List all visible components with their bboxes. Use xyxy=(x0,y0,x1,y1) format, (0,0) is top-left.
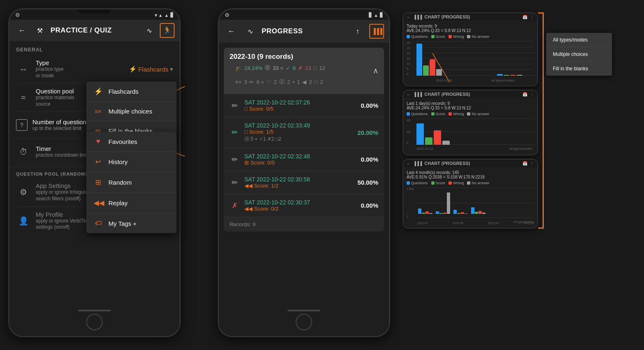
bar2-w xyxy=(434,130,441,145)
chart-info-2: Last 1 day(s) records: 9 AVE:24.24% Q:33… xyxy=(407,101,534,110)
record-5[interactable]: ✗ SAT 2022-10-22 02:30:37 ◀◀ Score: 0/2 … xyxy=(224,194,384,217)
mini-more-icon-3[interactable]: ⋮ xyxy=(530,161,534,166)
home-button-2[interactable] xyxy=(296,314,312,330)
history-icon: ↩ xyxy=(94,158,103,166)
favourites-label: Favourites xyxy=(108,138,137,145)
chart-toggle-button[interactable]: ∿ xyxy=(142,23,156,38)
record-1-score: □ Score: 0/5 xyxy=(244,106,349,112)
mini-title-2: CHART (PROGRESS) xyxy=(424,92,520,97)
multiple-choices-icon: ≡× xyxy=(94,108,103,115)
page-title-1: PRACTICE / QUIZ xyxy=(51,26,138,35)
record-4-pct: 50.00% xyxy=(354,179,378,186)
legend-wrong-1: Wrong xyxy=(448,35,464,39)
mini-phone-3: ← ▐▐▐ CHART (PROGRESS) 📅 ⋮ Last 4 month(… xyxy=(402,159,538,229)
gear-icon: ⚙ xyxy=(15,12,20,18)
record-2-date: SAT 2022-10-22 02:33:49 xyxy=(244,122,349,129)
mini-more-icon-2[interactable]: ⋮ xyxy=(530,92,534,97)
context-menu: All types/modes Multiple choices Fill in… xyxy=(546,33,612,76)
multiple-choices-label: Multiple choices xyxy=(108,108,152,115)
bar-chart-1: 35 25 20 15 10 5 0 xyxy=(407,41,534,82)
legend-q-3: Questions xyxy=(407,181,428,185)
orange-bracket xyxy=(538,12,544,229)
type-icon-lightning: ⚡ xyxy=(129,65,137,73)
bar-chart-3: 2,500 1 xyxy=(407,188,534,225)
back-button[interactable]: ← xyxy=(14,23,29,38)
mini-back-icon-2[interactable]: ← xyxy=(407,92,411,97)
record-4-score: ◀◀ Score: 1/2 xyxy=(244,183,349,189)
bar3-group3 xyxy=(453,210,468,214)
context-all-types[interactable]: All types/modes xyxy=(546,33,612,47)
flashcards-option[interactable]: ⚡ Flashcards xyxy=(86,81,177,102)
mini-title-1: CHART (PROGRESS) xyxy=(424,14,520,19)
mini-chart-icon-1: ▐▐▐ xyxy=(413,15,422,19)
mini-calendar-icon-2[interactable]: 📅 xyxy=(522,92,527,97)
legend-n-3: No answer xyxy=(467,181,489,185)
progress-back-button[interactable]: ← xyxy=(224,24,239,39)
bar-score xyxy=(423,65,429,76)
record-4[interactable]: ✏ SAT 2022-10-22 02:30:58 ◀◀ Score: 1/2 … xyxy=(224,171,384,194)
status-bar-2: ⚙ ▊ ▲ ▊ xyxy=(219,9,389,20)
mini-calendar-icon-3[interactable]: 📅 xyxy=(522,161,527,166)
progress-bar-chart-button[interactable]: ▐▐▐ xyxy=(369,24,384,39)
bar-noanswer xyxy=(436,69,442,76)
mini-back-icon-1[interactable]: ← xyxy=(407,15,411,19)
questions-icon: ? xyxy=(16,119,28,131)
record-2-score: □ Score: 1/5 xyxy=(244,129,349,135)
replay-option[interactable]: ◀◀ Replay xyxy=(86,193,177,213)
favourites-option[interactable]: ♥ Favourites xyxy=(86,132,177,152)
run-button[interactable]: 🏃 xyxy=(160,23,175,38)
bar-n-all xyxy=(517,75,522,76)
signal-icon-2: ▊ xyxy=(369,12,372,18)
record-1[interactable]: ✏ SAT 2022-10-22 02:37:26 □ Score: 0/5 0… xyxy=(224,94,384,117)
record-3-info: SAT 2022-10-22 02:32:48 ⊞ Score: 0/5 xyxy=(244,153,349,166)
bar-wrong xyxy=(430,59,435,76)
type-dropdown-arrow: ▾ xyxy=(170,66,173,72)
mini-back-icon-3[interactable]: ← xyxy=(407,161,411,166)
legend-2: Questions Score Wrong No answer xyxy=(407,112,534,116)
wifi-icon: ▲ xyxy=(164,13,169,18)
phone2: ⚙ ▊ ▲ ▊ ← ∿ PROGRESS ↑ ▐▐▐ xyxy=(218,8,390,337)
history-option[interactable]: ↩ History xyxy=(86,152,177,172)
chart-info-3: Last 4 month(s) records: 145 AVE:5.91% Q… xyxy=(407,170,534,179)
record-3[interactable]: ✏ SAT 2022-10-22 02:32:48 ⊞ Score: 0/5 0… xyxy=(224,148,384,171)
record-5-icon: ✗ xyxy=(230,201,239,210)
legend-s-3: Score xyxy=(431,181,446,185)
context-multiple-choices[interactable]: Multiple choices xyxy=(546,47,612,62)
phone-notch xyxy=(78,9,111,14)
home-button[interactable] xyxy=(86,314,103,330)
my-tags-option[interactable]: 🏷 My Tags + xyxy=(86,213,177,233)
record-2[interactable]: ✏ SAT 2022-10-22 02:33:49 □ Score: 1/5 ⓪… xyxy=(224,117,384,148)
random-option[interactable]: ⊞ Random xyxy=(86,172,177,193)
type-value[interactable]: ⚡ Flashcards ▾ xyxy=(129,65,173,73)
mini-status-2: ← ▐▐▐ CHART (PROGRESS) 📅 ⋮ xyxy=(403,90,537,98)
progress-group-header[interactable]: 2022-10 (9 records) 🎓 24.24% ⓪ 33 = ✓8 ✗… xyxy=(224,48,384,94)
profile-icon: 👤 xyxy=(16,213,31,228)
mini-calendar-icon-1[interactable]: 📅 xyxy=(522,15,527,19)
mini-phone-1: ← ▐▐▐ CHART (PROGRESS) 📅 ⋮ Today records… xyxy=(402,12,538,86)
general-section-label: GENERAL xyxy=(9,41,179,55)
record-2-icon: ✏ xyxy=(230,128,239,137)
my-tags-icon: 🏷 xyxy=(94,219,103,227)
scroll-indicator xyxy=(78,310,111,311)
record-3-score: ⊞ Score: 0/5 xyxy=(244,160,349,166)
mini-more-icon-1[interactable]: ⋮ xyxy=(530,15,534,19)
tools-icon: ⚒ xyxy=(32,23,47,38)
record-1-info: SAT 2022-10-22 02:37:26 □ Score: 0/5 xyxy=(244,99,349,112)
legend-q-2: Questions xyxy=(407,112,428,116)
group-score: 24.24% xyxy=(244,65,262,71)
legend-1: Questions Score Wrong No answer xyxy=(407,35,534,39)
type-setting-row: ↔ Type practice typeor mode ⚡ Flashcards… xyxy=(9,55,179,83)
record-5-info: SAT 2022-10-22 02:30:37 ◀◀ Score: 0/2 xyxy=(244,199,349,212)
progress-title: PROGRESS xyxy=(262,27,346,35)
context-fill-blanks[interactable]: Fill in the blanks xyxy=(546,62,612,76)
legend-score-1: Score xyxy=(431,35,446,39)
replay-icon: ◀◀ xyxy=(94,199,103,207)
mini-chart-icon-3: ▐▐▐ xyxy=(413,161,422,166)
gear-icon-2: ⚙ xyxy=(225,12,230,18)
timer-icon: ⏱ xyxy=(16,144,31,159)
record-3-icon: ✏ xyxy=(230,155,239,164)
bar2-s xyxy=(425,137,432,145)
multiple-choices-option[interactable]: ≡× Multiple choices xyxy=(86,102,177,121)
record-3-pct: 0.00% xyxy=(354,156,378,163)
progress-up-button[interactable]: ↑ xyxy=(350,24,365,39)
